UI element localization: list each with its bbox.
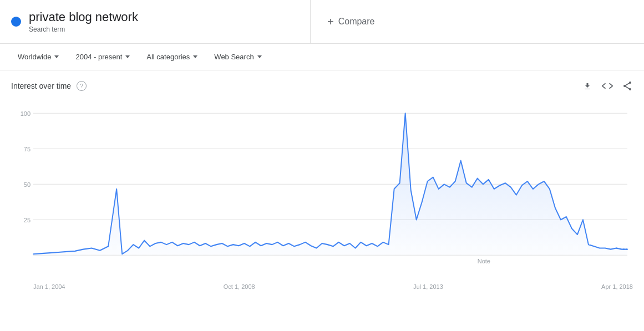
compare-button[interactable]: + Compare (327, 16, 375, 28)
svg-text:25: 25 (24, 216, 31, 223)
chart-title-row: Interest over time ? (11, 81, 87, 91)
svg-line-3 (625, 83, 630, 86)
x-axis-labels: Jan 1, 2004 Oct 1, 2008 Jul 1, 2013 Apr … (11, 281, 633, 290)
chart-title: Interest over time (11, 82, 71, 90)
embed-icon[interactable] (602, 80, 613, 91)
category-filter[interactable]: All categories (140, 48, 204, 65)
search-term-section: private blog network Search term (0, 0, 311, 43)
search-type-label: Web Search (214, 53, 253, 61)
compare-section: + Compare (311, 0, 644, 43)
filter-bar: Worldwide 2004 - present All categories … (0, 44, 644, 70)
region-filter[interactable]: Worldwide (11, 48, 65, 65)
chart-svg: 100 75 50 25 Note (11, 101, 633, 279)
svg-text:Note: Note (478, 258, 490, 264)
chart-header: Interest over time ? (11, 70, 633, 96)
search-term-text: private blog network Search term (29, 10, 138, 33)
x-label-1: Jan 1, 2004 (33, 283, 65, 290)
download-icon[interactable] (582, 80, 593, 91)
svg-text:75: 75 (24, 145, 31, 152)
x-label-2: Oct 1, 2008 (224, 283, 255, 290)
search-type-filter[interactable]: Web Search (207, 48, 268, 65)
term-dot (11, 17, 21, 27)
category-chevron-icon (193, 55, 197, 58)
date-chevron-icon (125, 55, 130, 58)
svg-text:50: 50 (24, 181, 31, 187)
share-icon[interactable] (622, 80, 633, 91)
svg-line-4 (625, 86, 630, 89)
region-label: Worldwide (18, 53, 51, 61)
region-chevron-icon (54, 55, 59, 58)
x-label-4: Apr 1, 2018 (601, 283, 633, 290)
compare-plus: + (327, 16, 334, 28)
date-filter[interactable]: 2004 - present (69, 48, 136, 65)
category-label: All categories (146, 53, 190, 61)
chart-container: 100 75 50 25 Note Jan 1, (11, 101, 633, 279)
compare-label: Compare (338, 17, 375, 27)
search-term-sub: Search term (29, 26, 138, 33)
search-term-label: private blog network (29, 10, 138, 24)
date-label: 2004 - present (75, 53, 122, 61)
x-label-3: Jul 1, 2013 (413, 283, 443, 290)
help-icon[interactable]: ? (77, 81, 87, 91)
header: private blog network Search term + Compa… (0, 0, 644, 44)
search-type-chevron-icon (257, 55, 262, 58)
chart-actions (582, 80, 633, 91)
svg-text:100: 100 (21, 110, 31, 116)
help-icon-label: ? (80, 83, 83, 89)
chart-section: Interest over time ? (0, 70, 644, 279)
